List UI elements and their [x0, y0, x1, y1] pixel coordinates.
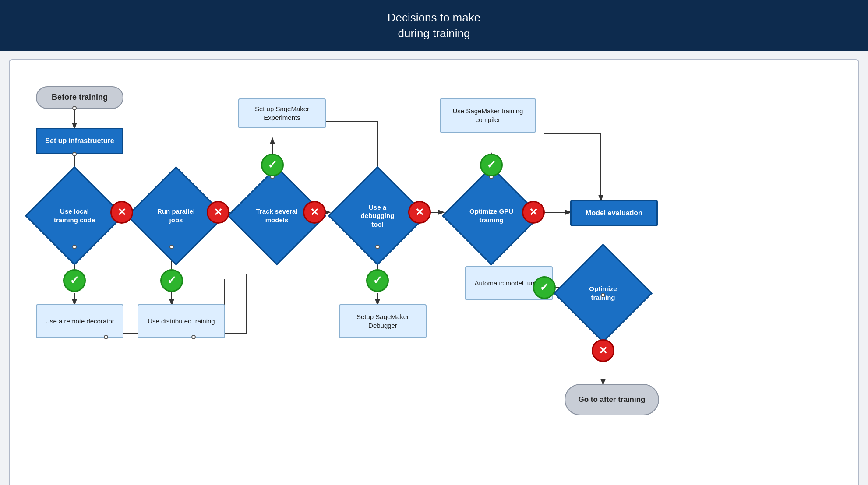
dot-1	[72, 106, 77, 110]
debugging-tool-no-icon	[408, 201, 431, 224]
debugging-tool-yes-icon	[366, 269, 389, 292]
optimize-gpu-no-icon	[522, 201, 545, 224]
use-remote-decorator-node: Use a remote decorator	[36, 304, 123, 338]
before-training-node: Before training	[36, 86, 123, 109]
setup-sagemaker-experiments-node: Set up SageMaker Experiments	[238, 98, 326, 128]
use-sagemaker-compiler-node: Use SageMaker training compiler	[440, 98, 536, 133]
dot-3	[72, 245, 77, 249]
run-parallel-jobs-diamond: Run parallel jobs	[138, 177, 215, 254]
track-models-yes-icon	[261, 154, 284, 176]
connector-lines	[10, 60, 858, 485]
diagram-container: Before training Set up infrastructure Us…	[9, 59, 859, 485]
dot-5	[169, 245, 174, 249]
local-training-yes-icon	[63, 269, 86, 292]
go-to-after-training-node: Go to after training	[565, 384, 659, 415]
use-debugging-tool-diamond: Use a debugging tool	[339, 177, 416, 254]
parallel-jobs-yes-icon	[160, 269, 183, 292]
setup-sagemaker-debugger-node: Setup SageMaker Debugger	[339, 304, 427, 338]
use-distributed-training-node: Use distributed training	[138, 304, 225, 338]
optimize-training-yes-icon	[533, 276, 556, 299]
dot-2	[72, 152, 77, 156]
track-models-no-icon	[303, 201, 326, 224]
optimize-training-no-icon	[592, 339, 614, 362]
local-training-no-icon	[110, 201, 133, 224]
dot-10	[601, 293, 605, 297]
set-up-infra-node: Set up infrastructure	[36, 128, 123, 154]
model-evaluation-node: Model evaluation	[570, 200, 658, 226]
use-local-training-diamond: Use local training code	[36, 177, 113, 254]
optimize-gpu-yes-icon	[480, 154, 503, 176]
parallel-jobs-no-icon	[207, 201, 229, 224]
dot-8	[375, 245, 380, 249]
dot-6	[191, 335, 196, 339]
dot-4	[104, 335, 108, 339]
header: Decisions to make during training	[0, 0, 868, 51]
